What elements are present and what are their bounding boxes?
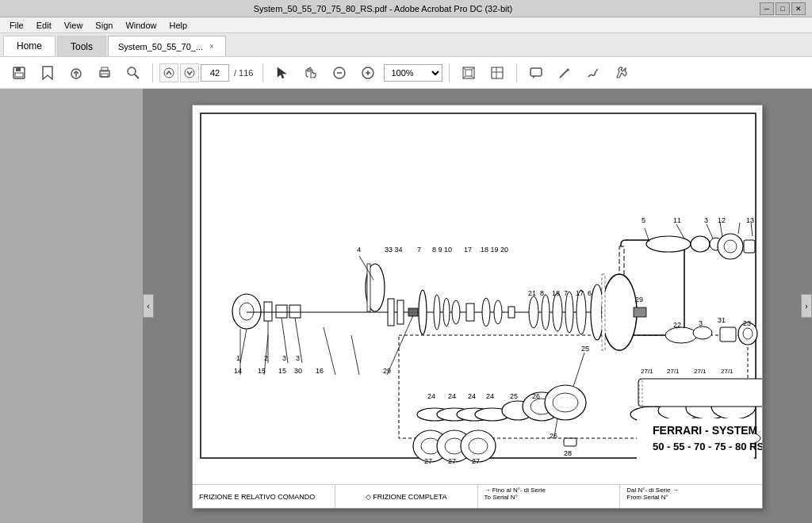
- draw-button[interactable]: [552, 61, 577, 85]
- more-tools-button[interactable]: [609, 61, 634, 85]
- menu-sign[interactable]: Sign: [89, 19, 119, 32]
- save-button[interactable]: [6, 61, 32, 85]
- svg-point-48: [452, 300, 460, 324]
- zoom-out-button[interactable]: [327, 61, 352, 85]
- svg-rect-85: [564, 438, 576, 446]
- close-button[interactable]: ✕: [791, 2, 806, 15]
- svg-rect-53: [408, 308, 418, 316]
- svg-text:7: 7: [564, 289, 568, 297]
- ribbon-tabs: Home Tools System_50_55_70_... ×: [0, 33, 812, 57]
- separator-3: [449, 63, 450, 82]
- svg-text:23: 23: [743, 319, 751, 327]
- pdf-page: 1 2 3 3 4 33 34 7 8 9 10 5 11 3 12 13 17…: [192, 105, 763, 509]
- minimize-button[interactable]: ─: [760, 2, 774, 15]
- toolbar: / 116 100% 75% 125% 150%: [0, 57, 812, 89]
- select-tool-button[interactable]: [270, 61, 295, 85]
- scroll-tab-right[interactable]: ›: [801, 294, 812, 318]
- comment-icon: [529, 66, 543, 80]
- svg-text:1: 1: [236, 354, 240, 362]
- menu-file[interactable]: File: [3, 19, 30, 32]
- tab-tools[interactable]: Tools: [57, 36, 106, 56]
- title-bar: System_50_55_70_75_80_RS.pdf - Adobe Acr…: [0, 0, 812, 17]
- svg-text:27/1: 27/1: [667, 368, 680, 375]
- scroll-tab-left[interactable]: ‹: [143, 294, 154, 318]
- svg-rect-39: [289, 305, 301, 318]
- tab-home[interactable]: Home: [3, 36, 56, 56]
- svg-line-10: [135, 74, 139, 78]
- svg-text:27: 27: [448, 457, 456, 465]
- menu-view[interactable]: View: [58, 19, 90, 32]
- sign-button[interactable]: [580, 61, 606, 85]
- svg-point-63: [542, 295, 550, 330]
- svg-rect-90: [638, 379, 763, 407]
- up-arrow-icon: [163, 67, 174, 78]
- svg-point-71: [665, 327, 697, 343]
- fit-page-button[interactable]: [456, 61, 481, 85]
- svg-rect-38: [276, 305, 287, 318]
- svg-point-45: [419, 290, 427, 334]
- cursor-icon: [275, 66, 289, 80]
- svg-rect-1: [16, 67, 21, 71]
- menu-edit[interactable]: Edit: [30, 19, 58, 32]
- svg-rect-25: [492, 67, 503, 78]
- tab-close-button[interactable]: ×: [208, 42, 216, 51]
- svg-rect-42: [367, 264, 370, 311]
- svg-text:18 19 20: 18 19 20: [481, 246, 508, 254]
- svg-rect-49: [466, 303, 474, 321]
- menu-bar: File Edit View Sign Window Help: [0, 17, 812, 33]
- svg-rect-20: [465, 70, 472, 76]
- zoom-dropdown[interactable]: 100% 75% 125% 150% 200% Fit Page Fit Wid…: [384, 64, 442, 82]
- svg-text:4: 4: [357, 246, 361, 254]
- svg-text:24: 24: [448, 392, 456, 400]
- svg-text:5: 5: [642, 216, 645, 224]
- tab-document[interactable]: System_50_55_70_... ×: [108, 36, 226, 56]
- menu-window[interactable]: Window: [119, 19, 163, 32]
- svg-text:13: 13: [746, 216, 754, 224]
- hand-tool-button[interactable]: [298, 61, 324, 85]
- svg-rect-52: [508, 307, 515, 318]
- prev-page-button[interactable]: [159, 63, 178, 82]
- svg-point-101: [469, 438, 488, 454]
- zoom-in-button[interactable]: [355, 61, 381, 85]
- footer-mid: ◇ FRIZIONE COMPLETA: [335, 485, 478, 508]
- crop-button[interactable]: [485, 61, 510, 85]
- menu-help[interactable]: Help: [163, 19, 194, 32]
- svg-text:27: 27: [472, 457, 480, 465]
- print-button[interactable]: [92, 61, 117, 85]
- bookmark-icon: [41, 66, 54, 80]
- svg-text:26: 26: [532, 392, 540, 400]
- footer-title: FRIZIONE E RELATIVO COMANDO: [193, 485, 335, 508]
- svg-text:21: 21: [528, 289, 536, 297]
- svg-text:3: 3: [282, 354, 286, 362]
- bookmark-button[interactable]: [35, 61, 60, 85]
- svg-point-36: [239, 303, 254, 320]
- svg-text:8: 8: [540, 289, 544, 297]
- cloud-button[interactable]: [63, 61, 89, 85]
- search-icon: [126, 66, 140, 80]
- svg-rect-69: [602, 274, 605, 350]
- svg-text:15: 15: [278, 367, 286, 375]
- crop-icon: [490, 66, 504, 80]
- svg-text:31: 31: [718, 316, 726, 324]
- next-page-button[interactable]: [180, 63, 199, 82]
- svg-text:7: 7: [417, 246, 421, 254]
- svg-text:14: 14: [234, 367, 242, 375]
- svg-text:18: 18: [552, 289, 560, 297]
- svg-text:FERRARI - SYSTEM: FERRARI - SYSTEM: [653, 424, 757, 437]
- window-title: System_50_55_70_75_80_RS.pdf - Adobe Acr…: [6, 4, 760, 13]
- page-total: / 116: [234, 68, 253, 78]
- svg-point-51: [494, 300, 502, 324]
- pencil-icon: [557, 66, 572, 80]
- svg-rect-28: [530, 68, 542, 76]
- svg-text:25: 25: [510, 392, 518, 400]
- search-button[interactable]: [121, 61, 146, 85]
- page-number-input[interactable]: [201, 64, 229, 82]
- page-navigation: / 116: [159, 63, 256, 82]
- comment-button[interactable]: [523, 61, 549, 85]
- svg-rect-44: [397, 300, 404, 324]
- svg-marker-3: [43, 67, 52, 79]
- maximize-button[interactable]: □: [776, 2, 790, 15]
- down-arrow-icon: [184, 67, 195, 78]
- main-content: ‹: [0, 89, 812, 523]
- svg-point-46: [434, 295, 440, 330]
